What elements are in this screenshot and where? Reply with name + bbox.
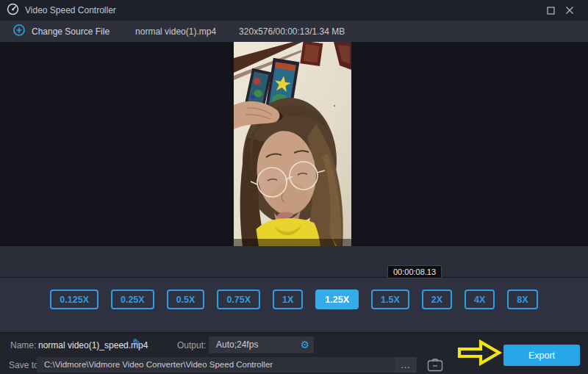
speed-selector-bar: 0.125X 0.25X 0.5X 0.75X 1X 1.25X 1.5X 2X…	[0, 277, 588, 332]
change-source-label: Change Source File	[32, 26, 110, 37]
speed-button-0125x[interactable]: 0.125X	[50, 290, 98, 309]
name-label: Name:	[10, 340, 36, 350]
edit-name-pencil-icon[interactable]: ✎	[132, 337, 142, 350]
close-icon[interactable]	[560, 2, 579, 18]
output-format-value: Auto;24fps	[216, 337, 258, 353]
seek-time-tooltip: 00:00:08.13	[387, 265, 442, 278]
window-title: Video Speed Controller	[25, 5, 116, 15]
speed-button-2x[interactable]: 2X	[422, 290, 452, 309]
speed-button-4x[interactable]: 4X	[465, 290, 495, 309]
plus-circle-icon	[13, 24, 25, 39]
save-path-field[interactable]: C:\Vidmore\Vidmore Video Converter\Video…	[37, 357, 417, 373]
video-preview-area	[0, 42, 588, 246]
output-settings-gear-icon[interactable]: ⚙	[300, 339, 309, 350]
speed-button-1x[interactable]: 1X	[273, 290, 303, 309]
speed-button-025x[interactable]: 0.25X	[111, 290, 154, 309]
export-footer: Name: normal video(1)_speed.mp4 ✎ Output…	[0, 332, 588, 374]
source-file-name: normal video(1).mp4	[135, 26, 216, 37]
speed-button-05x[interactable]: 0.5X	[167, 290, 205, 309]
output-name-value: normal video(1)_speed.mp4	[38, 340, 148, 350]
video-speed-controller-window: Video Speed Controller Change Source Fil…	[0, 0, 588, 374]
speed-button-15x[interactable]: 1.5X	[371, 290, 409, 309]
export-pointer-arrow	[457, 339, 503, 367]
export-button[interactable]: Export	[503, 345, 580, 366]
speed-button-075x[interactable]: 0.75X	[217, 290, 260, 309]
source-toolbar: Change Source File normal video(1).mp4 3…	[0, 21, 588, 42]
source-file-info: 320x576/00:00:13/1.34 MB	[239, 26, 345, 37]
speed-button-125x-selected[interactable]: 1.25X	[315, 290, 359, 309]
output-label: Output:	[177, 340, 206, 350]
browse-path-button[interactable]: ...	[395, 357, 417, 373]
title-bar: Video Speed Controller	[0, 0, 588, 21]
output-format-field[interactable]: Auto;24fps ⚙	[209, 337, 314, 353]
playback-controls: 00:00:00.00/00:00:10.11	[0, 246, 588, 277]
video-frame	[234, 42, 351, 246]
open-folder-icon[interactable]	[426, 358, 444, 373]
save-path-value: C:\Vidmore\Vidmore Video Converter\Video…	[44, 357, 273, 373]
change-source-button[interactable]: Change Source File	[13, 24, 110, 39]
speed-button-8x[interactable]: 8X	[507, 290, 537, 309]
maximize-icon[interactable]	[541, 2, 560, 18]
app-logo-icon	[7, 3, 19, 18]
